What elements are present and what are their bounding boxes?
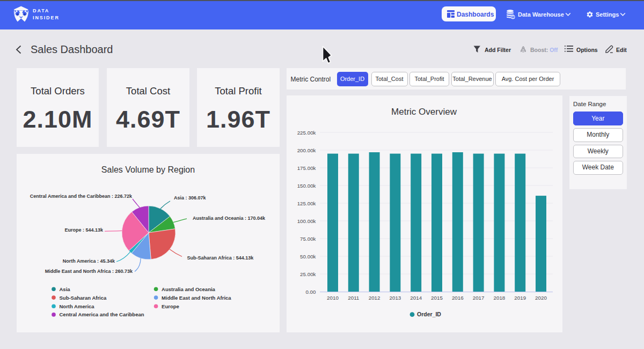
- svg-text:2011: 2011: [348, 295, 359, 301]
- svg-text:2010: 2010: [327, 295, 339, 301]
- svg-text:2019: 2019: [514, 295, 526, 301]
- svg-text:2020: 2020: [535, 295, 547, 301]
- svg-text:2017: 2017: [473, 295, 485, 301]
- svg-text:2014: 2014: [410, 295, 422, 301]
- svg-text:Order_ID: Order_ID: [417, 311, 441, 317]
- svg-text:Asia: Asia: [60, 286, 71, 292]
- svg-text:125.00k: 125.00k: [297, 201, 316, 206]
- svg-text:75.00k: 75.00k: [300, 236, 316, 242]
- svg-text:Metric Overview: Metric Overview: [391, 107, 457, 117]
- svg-text:Middle East and North Africa: Middle East and North Africa: [162, 295, 231, 301]
- svg-text:Australia and Oceania : 170.04: Australia and Oceania : 170.04k: [193, 216, 266, 221]
- svg-text:2015: 2015: [431, 295, 443, 301]
- svg-text:Central America and the Caribb: Central America and the Caribbean: [60, 311, 144, 317]
- svg-text:North America : 45.34k: North America : 45.34k: [63, 258, 115, 264]
- svg-text:225.00k: 225.00k: [297, 130, 316, 136]
- svg-text:Sub-Saharan Africa: Sub-Saharan Africa: [60, 295, 107, 301]
- svg-text:150.00k: 150.00k: [297, 183, 316, 189]
- svg-text:2018: 2018: [494, 295, 506, 301]
- svg-text:200.00k: 200.00k: [297, 147, 316, 153]
- svg-text:Middle East and North Africa :: Middle East and North Africa : 260.73k: [45, 269, 133, 274]
- svg-text:Sub-Saharan Africa : 544.13k: Sub-Saharan Africa : 544.13k: [187, 255, 254, 261]
- svg-text:100.00k: 100.00k: [297, 218, 316, 224]
- svg-text:25.00k: 25.00k: [300, 271, 316, 277]
- svg-text:2016: 2016: [452, 295, 464, 301]
- svg-text:2012: 2012: [369, 295, 380, 301]
- svg-text:Europe : 544.13k: Europe : 544.13k: [64, 227, 104, 233]
- svg-text:50.00k: 50.00k: [300, 254, 316, 259]
- svg-text:Asia : 306.07k: Asia : 306.07k: [174, 195, 207, 201]
- svg-text:0.00: 0.00: [305, 289, 316, 295]
- svg-text:2013: 2013: [390, 295, 401, 301]
- svg-text:Sales Volume by Region: Sales Volume by Region: [101, 165, 195, 174]
- svg-text:Europe: Europe: [162, 303, 179, 309]
- svg-text:North America: North America: [60, 303, 95, 309]
- svg-text:Australia and Oceania: Australia and Oceania: [162, 286, 216, 292]
- svg-text:Central America and the Caribb: Central America and the Caribbean : 226.…: [30, 194, 133, 199]
- svg-text:175.00k: 175.00k: [297, 165, 316, 171]
